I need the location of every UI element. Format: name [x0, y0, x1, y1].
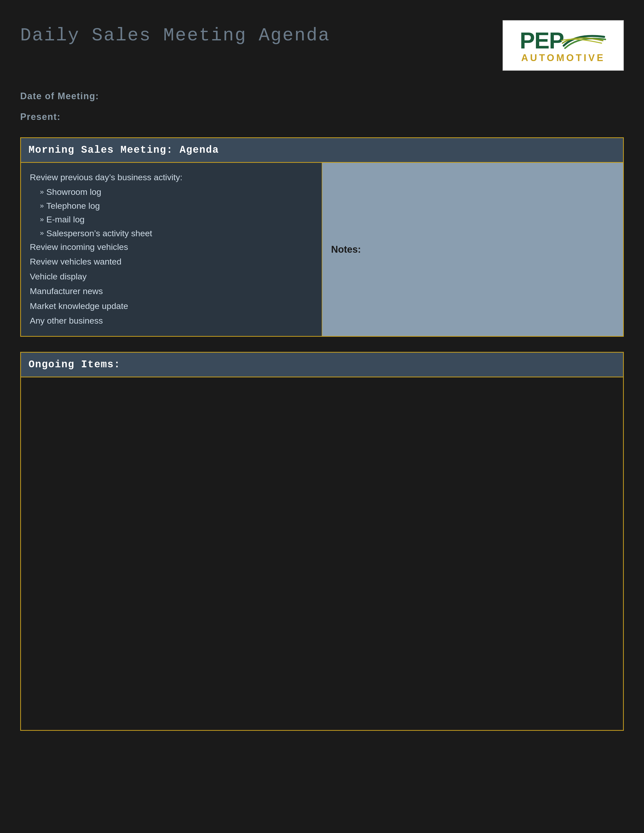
- sub-item-email: » E-mail log: [30, 212, 313, 226]
- ongoing-body-cell: [21, 377, 623, 730]
- agenda-item-incoming: Review incoming vehicles: [30, 240, 313, 254]
- morning-meeting-header-row: Morning Sales Meeting: Agenda: [21, 138, 623, 162]
- bullet-arrow-icon-4: »: [40, 227, 44, 239]
- agenda-item-wanted: Review vehicles wanted: [30, 255, 313, 269]
- notes-label: Notes:: [331, 244, 614, 255]
- page-title: Daily Sales Meeting Agenda: [20, 20, 330, 46]
- bullet-arrow-icon: »: [40, 186, 44, 198]
- sub-item-showroom: » Showroom log: [30, 185, 313, 199]
- bullet-arrow-icon-3: »: [40, 214, 44, 225]
- page: Daily Sales Meeting Agenda PEP AUTOMOTIV…: [20, 15, 624, 731]
- date-of-meeting-label: Date of Meeting:: [20, 91, 624, 101]
- agenda-item-market: Market knowledge update: [30, 299, 313, 313]
- logo-pep-text: PEP: [520, 28, 564, 54]
- logo-pep-row: PEP: [520, 28, 607, 54]
- logo-container: PEP AUTOMOTIVE: [502, 20, 624, 71]
- header: Daily Sales Meeting Agenda PEP AUTOMOTIV…: [20, 15, 624, 71]
- agenda-item-other: Any other business: [30, 314, 313, 327]
- sub-item-salesperson: » Salesperson’s activity sheet: [30, 227, 313, 240]
- logo-automotive-text: AUTOMOTIVE: [521, 53, 605, 63]
- ongoing-body-row: [21, 377, 623, 730]
- meta-section: Date of Meeting: Present:: [20, 91, 624, 122]
- ongoing-items-table: Ongoing Items:: [20, 352, 624, 731]
- agenda-item-vehicle-display: Vehicle display: [30, 270, 313, 283]
- agenda-intro: Review previous day’s business activity:: [30, 170, 313, 184]
- morning-meeting-body-row: Review previous day’s business activity:…: [21, 162, 623, 336]
- agenda-item-manufacturer: Manufacturer news: [30, 284, 313, 298]
- sub-item-telephone: » Telephone log: [30, 199, 313, 212]
- morning-meeting-notes-cell: Notes:: [322, 162, 623, 336]
- present-label: Present:: [20, 112, 624, 122]
- ongoing-header: Ongoing Items:: [21, 352, 623, 377]
- ongoing-header-row: Ongoing Items:: [21, 352, 623, 377]
- bullet-arrow-icon-2: »: [40, 200, 44, 212]
- logo-swoosh-icon: [561, 32, 607, 50]
- morning-meeting-table: Morning Sales Meeting: Agenda Review pre…: [20, 137, 624, 337]
- morning-meeting-agenda-cell: Review previous day’s business activity:…: [21, 162, 322, 336]
- morning-meeting-header: Morning Sales Meeting: Agenda: [21, 138, 623, 162]
